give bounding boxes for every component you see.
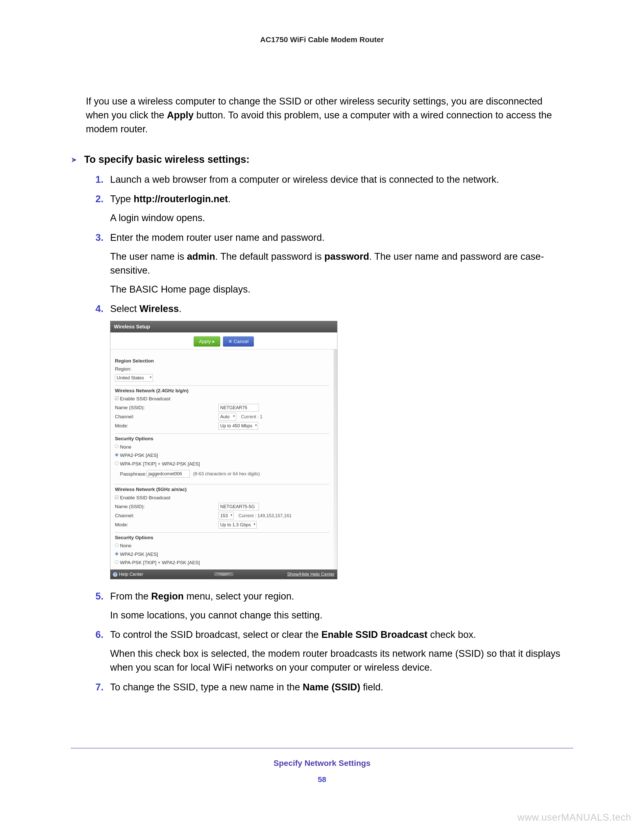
channel-5-label: Channel: bbox=[115, 512, 219, 519]
ssid-5-label: Name (SSID): bbox=[115, 503, 219, 510]
step-5-region: Region bbox=[151, 591, 184, 601]
intro-paragraph: If you use a wireless computer to change… bbox=[86, 95, 558, 136]
mode-5-select[interactable]: Up to 1.3 Gbps bbox=[219, 521, 257, 529]
ssid-24-label: Name (SSID): bbox=[115, 404, 219, 411]
region-row: Region: bbox=[115, 365, 329, 373]
watermark: www.userMANUALS.tech bbox=[517, 812, 631, 823]
router-buttonbar: Apply ▸ ✕ Cancel bbox=[110, 333, 337, 349]
router-footer-wrap: ?Help Center Show/Hide Help Center bbox=[110, 569, 337, 579]
sec-24-mixed-row: WPA-PSK [TKIP] + WPA2-PSK [AES] bbox=[115, 460, 329, 468]
show-hide-help-link[interactable]: Show/Hide Help Center bbox=[287, 571, 335, 577]
sec-24-mixed-radio[interactable] bbox=[115, 462, 118, 465]
mode-24-label: Mode: bbox=[115, 422, 219, 429]
enable-ssid-5-checkbox[interactable] bbox=[115, 495, 118, 499]
step-6-text-a: To control the SSID broadcast, select or… bbox=[110, 629, 321, 640]
step-3-sub1: The user name is admin. The default pass… bbox=[110, 250, 573, 277]
router-titlebar: Wireless Setup bbox=[110, 321, 337, 333]
step-2-text-b: . bbox=[228, 194, 231, 204]
sec-5-none-radio[interactable] bbox=[115, 544, 118, 547]
step-6-enable-ssid: Enable SSID Broadcast bbox=[321, 629, 427, 640]
passphrase-row: Passphrase: jaggedcomet006 (8-63 charact… bbox=[115, 468, 329, 481]
net24-title: Wireless Network (2.4GHz b/g/n) bbox=[115, 386, 329, 394]
ssid-24-row: Name (SSID): NETGEAR75 bbox=[115, 403, 329, 412]
step-6-sub: When this check box is selected, the mod… bbox=[110, 647, 573, 674]
sec-5-none-row: None bbox=[115, 542, 329, 550]
channel-24-label: Channel: bbox=[115, 413, 219, 420]
step-7: To change the SSID, type a new name in t… bbox=[95, 680, 573, 694]
sec-5-wpa2-label: WPA2-PSK [AES] bbox=[120, 551, 158, 558]
sec-24-mixed-label: WPA-PSK [TKIP] + WPA2-PSK [AES] bbox=[120, 460, 200, 468]
document-header-title: AC1750 WiFi Cable Modem Router bbox=[71, 35, 573, 44]
step-5-text-a: From the bbox=[110, 591, 151, 601]
step-3-admin: admin bbox=[187, 251, 215, 262]
step-4-text-b: . bbox=[179, 304, 182, 314]
passphrase-input[interactable]: jaggedcomet006 bbox=[147, 470, 190, 478]
chevron-icon: ➤ bbox=[71, 155, 77, 164]
router-body: Region Selection Region: United States W… bbox=[110, 349, 337, 569]
step-3-sub2: The BASIC Home page displays. bbox=[110, 283, 573, 296]
security-5-title: Security Options bbox=[115, 532, 329, 541]
enable-ssid-24-label: Enable SSID Broadcast bbox=[120, 395, 171, 402]
ssid-5-row: Name (SSID): NETGEAR75-5G bbox=[115, 502, 329, 511]
net5-title: Wireless Network (5GHz a/n/ac) bbox=[115, 484, 329, 493]
channel-24-row: Channel: Auto Current : 1 bbox=[115, 412, 329, 421]
ssid-5-input[interactable]: NETGEAR75-5G bbox=[219, 503, 259, 510]
apply-button[interactable]: Apply ▸ bbox=[194, 336, 220, 347]
sec-5-wpa2-radio[interactable] bbox=[115, 552, 118, 556]
step-2-sub: A login window opens. bbox=[110, 211, 573, 225]
step-3-password: password bbox=[324, 251, 369, 262]
channel-24-current: Current : 1 bbox=[241, 414, 262, 419]
sec-24-wpa2-label: WPA2-PSK [AES] bbox=[120, 452, 158, 459]
sec-5-wpa2-row: WPA2-PSK [AES] bbox=[115, 550, 329, 559]
steps-list: Launch a web browser from a computer or … bbox=[95, 173, 573, 694]
router-screenshot: Wireless Setup Apply ▸ ✕ Cancel Region S… bbox=[110, 321, 337, 579]
step-3-sub1-a: The user name is bbox=[110, 251, 187, 262]
enable-ssid-24-row: Enable SSID Broadcast bbox=[115, 394, 329, 403]
region-label: Region: bbox=[115, 365, 132, 373]
step-7-text-a: To change the SSID, type a new name in t… bbox=[110, 682, 303, 692]
help-center-label: Help Center bbox=[119, 572, 143, 577]
page-number: 58 bbox=[0, 775, 644, 784]
region-section-title: Region Selection bbox=[115, 356, 329, 365]
channel-5-current: Current : 149,153,157,161 bbox=[238, 513, 291, 518]
step-6-text-b: check box. bbox=[428, 629, 476, 640]
sec-5-mixed-label: WPA-PSK [TKIP] + WPA2-PSK [AES] bbox=[120, 559, 200, 566]
footer-section-title: Specify Network Settings bbox=[0, 759, 644, 768]
region-select-row: United States bbox=[115, 373, 329, 383]
channel-24-select[interactable]: Auto bbox=[219, 413, 236, 421]
section-heading-row: ➤ To specify basic wireless settings: bbox=[71, 154, 573, 165]
mode-5-label: Mode: bbox=[115, 521, 219, 528]
step-7-name-ssid: Name (SSID) bbox=[303, 682, 361, 692]
enable-ssid-5-row: Enable SSID Broadcast bbox=[115, 494, 329, 502]
ssid-24-input[interactable]: NETGEAR75 bbox=[219, 404, 259, 412]
sec-5-mixed-row: WPA-PSK [TKIP] + WPA2-PSK [AES] bbox=[115, 558, 329, 567]
step-3-sub1-b: . The default password is bbox=[215, 251, 324, 262]
intro-bold-apply: Apply bbox=[167, 110, 194, 121]
sec-24-none-radio[interactable] bbox=[115, 444, 118, 448]
step-5-text-b: menu, select your region. bbox=[184, 591, 294, 601]
help-center-left[interactable]: ?Help Center bbox=[113, 571, 143, 577]
sec-24-none-row: None bbox=[115, 443, 329, 451]
sec-5-mixed-radio[interactable] bbox=[115, 560, 118, 564]
cancel-button[interactable]: ✕ Cancel bbox=[223, 336, 254, 347]
sec-5-none-label: None bbox=[120, 542, 131, 549]
security-24-title: Security Options bbox=[115, 433, 329, 442]
arrow-up-icon[interactable] bbox=[214, 572, 233, 576]
mode-24-select[interactable]: Up to 450 Mbps bbox=[219, 422, 258, 429]
step-3: Enter the modem router user name and pas… bbox=[95, 231, 573, 296]
step-1: Launch a web browser from a computer or … bbox=[95, 173, 573, 187]
enable-ssid-24-checkbox[interactable] bbox=[115, 397, 118, 400]
channel-5-select[interactable]: 153 bbox=[219, 512, 233, 519]
step-7-text-b: field. bbox=[361, 682, 383, 692]
step-3-text: Enter the modem router user name and pas… bbox=[110, 232, 325, 243]
help-icon: ? bbox=[113, 572, 118, 577]
sec-24-wpa2-row: WPA2-PSK [AES] bbox=[115, 451, 329, 460]
mode-24-row: Mode: Up to 450 Mbps bbox=[115, 421, 329, 430]
step-5-sub: In some locations, you cannot change thi… bbox=[110, 608, 573, 622]
region-select[interactable]: United States bbox=[115, 374, 153, 382]
step-4-text-a: Select bbox=[110, 304, 139, 314]
mode-5-row: Mode: Up to 1.3 Gbps bbox=[115, 520, 329, 529]
step-2-text-a: Type bbox=[110, 194, 134, 204]
sec-24-wpa2-radio[interactable] bbox=[115, 453, 118, 457]
router-footer: ?Help Center Show/Hide Help Center bbox=[110, 569, 337, 579]
